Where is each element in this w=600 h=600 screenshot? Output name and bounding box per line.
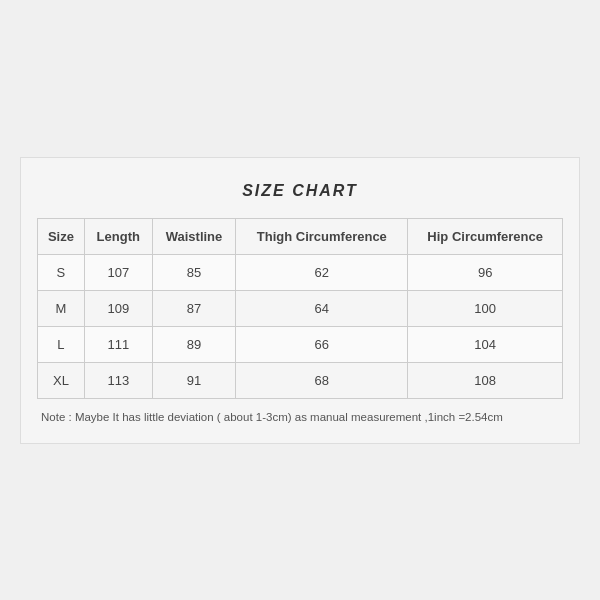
cell-2: 89	[152, 326, 236, 362]
cell-1: 109	[84, 290, 152, 326]
cell-4: 108	[408, 362, 563, 398]
chart-title: SIZE CHART	[37, 182, 563, 200]
cell-3: 64	[236, 290, 408, 326]
cell-2: 91	[152, 362, 236, 398]
table-row: XL1139168108	[38, 362, 563, 398]
cell-3: 66	[236, 326, 408, 362]
table-row: S107856296	[38, 254, 563, 290]
cell-4: 96	[408, 254, 563, 290]
cell-4: 104	[408, 326, 563, 362]
cell-0: L	[38, 326, 85, 362]
cell-1: 107	[84, 254, 152, 290]
col-header-hip: Hip Circumference	[408, 218, 563, 254]
cell-2: 87	[152, 290, 236, 326]
cell-0: S	[38, 254, 85, 290]
cell-3: 62	[236, 254, 408, 290]
col-header-waistline: Waistline	[152, 218, 236, 254]
cell-4: 100	[408, 290, 563, 326]
size-table: Size Length Waistline Thigh Circumferenc…	[37, 218, 563, 399]
size-chart-container: SIZE CHART Size Length Waistline Thigh C…	[20, 157, 580, 444]
cell-0: XL	[38, 362, 85, 398]
cell-1: 111	[84, 326, 152, 362]
col-header-thigh: Thigh Circumference	[236, 218, 408, 254]
cell-3: 68	[236, 362, 408, 398]
cell-0: M	[38, 290, 85, 326]
table-row: M1098764100	[38, 290, 563, 326]
col-header-length: Length	[84, 218, 152, 254]
col-header-size: Size	[38, 218, 85, 254]
table-header-row: Size Length Waistline Thigh Circumferenc…	[38, 218, 563, 254]
cell-1: 113	[84, 362, 152, 398]
measurement-note: Note : Maybe It has little deviation ( a…	[37, 411, 563, 423]
cell-2: 85	[152, 254, 236, 290]
table-row: L1118966104	[38, 326, 563, 362]
